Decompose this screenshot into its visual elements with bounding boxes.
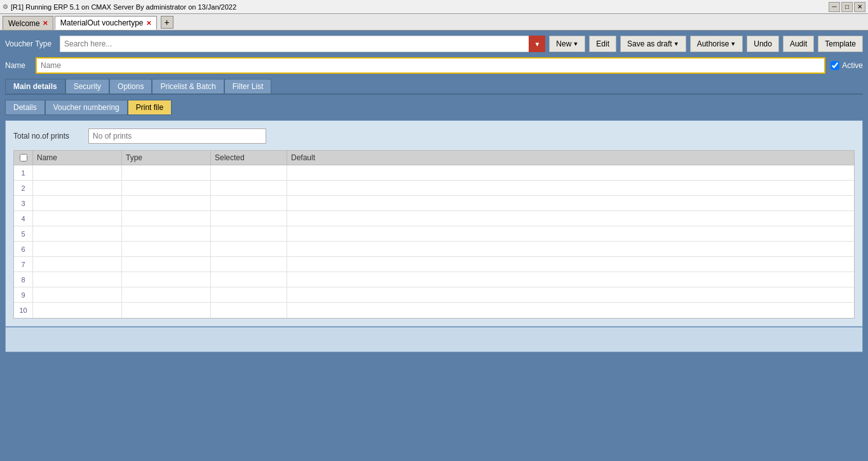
subtab-details[interactable]: Details <box>5 100 45 115</box>
table-row: 5 <box>14 226 854 242</box>
subtab-voucher-numbering-label: Voucher numbering <box>53 103 119 112</box>
authorise-button[interactable]: Authorise ▼ <box>690 36 743 52</box>
subtab-details-label: Details <box>13 103 37 112</box>
maximize-button[interactable]: □ <box>841 2 853 12</box>
row-1-default <box>287 165 854 180</box>
authorise-label: Authorise <box>697 39 729 48</box>
tab-materialout-close[interactable]: ✕ <box>146 20 151 27</box>
row-num-3: 3 <box>14 196 33 210</box>
save-as-draft-label: Save as draft <box>627 39 672 48</box>
table-row: 2 <box>14 181 854 196</box>
subtab-voucher-numbering[interactable]: Voucher numbering <box>45 100 128 115</box>
row-5-default <box>287 226 854 241</box>
tab-main-details[interactable]: Main details <box>5 79 65 93</box>
voucher-type-label: Voucher Type <box>5 39 56 48</box>
row-num-10: 10 <box>14 303 33 318</box>
row-2-default <box>287 181 854 195</box>
row-6-default <box>287 242 854 256</box>
tab-security[interactable]: Security <box>65 79 109 93</box>
row-8-selected <box>211 272 287 287</box>
total-prints-input[interactable] <box>88 128 266 144</box>
tab-welcome-close[interactable]: ✕ <box>43 20 48 27</box>
edit-button[interactable]: Edit <box>589 36 616 52</box>
row-num-2: 2 <box>14 181 33 195</box>
row-8-name <box>33 272 122 287</box>
row-num-5: 5 <box>14 226 33 241</box>
voucher-type-search-container: ▼ <box>60 36 545 52</box>
row-num-6: 6 <box>14 242 33 256</box>
grid-header: Name Type Selected Default <box>14 151 854 165</box>
sub-tabs: Details Voucher numbering Print file <box>5 100 863 115</box>
tab-pricelist-batch[interactable]: Pricelist & Batch <box>152 79 224 93</box>
close-button[interactable]: ✕ <box>854 2 865 12</box>
row-4-type <box>122 211 211 226</box>
row-9-default <box>287 287 854 302</box>
tab-security-label: Security <box>74 82 101 91</box>
add-tab-button[interactable]: + <box>161 16 173 29</box>
new-button-label: New <box>556 39 571 48</box>
row-10-default <box>287 303 854 318</box>
row-1-type <box>122 165 211 180</box>
table-row: 6 <box>14 242 854 257</box>
active-checkbox[interactable] <box>831 61 839 70</box>
audit-label: Audit <box>790 39 807 48</box>
row-7-name <box>33 257 122 272</box>
new-button[interactable]: New ▼ <box>549 36 585 52</box>
row-2-selected <box>211 181 287 195</box>
row-7-default <box>287 257 854 272</box>
row-3-name <box>33 196 122 210</box>
template-button[interactable]: Template <box>818 36 863 52</box>
toolbar: Voucher Type ▼ New ▼ Edit Save as draft … <box>5 36 863 52</box>
row-5-selected <box>211 226 287 241</box>
row-8-type <box>122 272 211 287</box>
minimize-button[interactable]: ─ <box>829 2 840 12</box>
grid-header-checkbox[interactable] <box>20 154 27 162</box>
row-4-default <box>287 211 854 226</box>
audit-button[interactable]: Audit <box>783 36 814 52</box>
template-label: Template <box>825 39 856 48</box>
section-divider <box>5 93 863 95</box>
table-row: 10 <box>14 303 854 318</box>
undo-button[interactable]: Undo <box>747 36 779 52</box>
row-6-selected <box>211 242 287 256</box>
subtab-print-file[interactable]: Print file <box>128 100 172 115</box>
tab-welcome[interactable]: Welcome ✕ <box>3 16 53 30</box>
undo-label: Undo <box>754 39 772 48</box>
tab-filter-list-label: Filter List <box>233 82 264 91</box>
name-input[interactable] <box>36 57 825 74</box>
row-9-name <box>33 287 122 302</box>
save-draft-arrow-icon: ▼ <box>674 41 679 47</box>
row-10-name <box>33 303 122 318</box>
edit-button-label: Edit <box>596 39 609 48</box>
total-prints-row: Total no.of prints <box>13 128 855 144</box>
tab-options-label: Options <box>118 82 144 91</box>
voucher-type-dropdown-button[interactable]: ▼ <box>529 36 545 52</box>
row-num-1: 1 <box>14 165 33 180</box>
tab-materialout[interactable]: MaterialOut vouchertype ✕ <box>55 16 157 30</box>
name-label: Name <box>5 61 31 70</box>
row-2-type <box>122 181 211 195</box>
total-prints-label: Total no.of prints <box>13 132 83 141</box>
title-bar: ⚙ [R1] Running ERP 5.1 on CMAX Server By… <box>0 0 868 14</box>
row-6-type <box>122 242 211 256</box>
save-as-draft-button[interactable]: Save as draft ▼ <box>620 36 686 52</box>
app-icon: ⚙ <box>3 3 8 10</box>
main-content: Voucher Type ▼ New ▼ Edit Save as draft … <box>0 31 868 461</box>
row-1-name <box>33 165 122 180</box>
table-row: 4 <box>14 211 854 226</box>
section-tabs: Main details Security Options Pricelist … <box>5 79 863 93</box>
row-4-selected <box>211 211 287 226</box>
row-3-type <box>122 196 211 210</box>
tab-filter-list[interactable]: Filter List <box>224 79 272 93</box>
row-3-default <box>287 196 854 210</box>
table-row: 3 <box>14 196 854 211</box>
row-8-default <box>287 272 854 287</box>
row-num-4: 4 <box>14 211 33 226</box>
tab-options[interactable]: Options <box>109 79 152 93</box>
voucher-type-search-input[interactable] <box>60 36 545 52</box>
grid-header-default: Default <box>287 151 854 165</box>
app-tab-bar: Welcome ✕ MaterialOut vouchertype ✕ + <box>0 14 868 31</box>
row-4-name <box>33 211 122 226</box>
print-file-grid: Name Type Selected Default 1 2 <box>13 150 855 319</box>
row-7-type <box>122 257 211 272</box>
